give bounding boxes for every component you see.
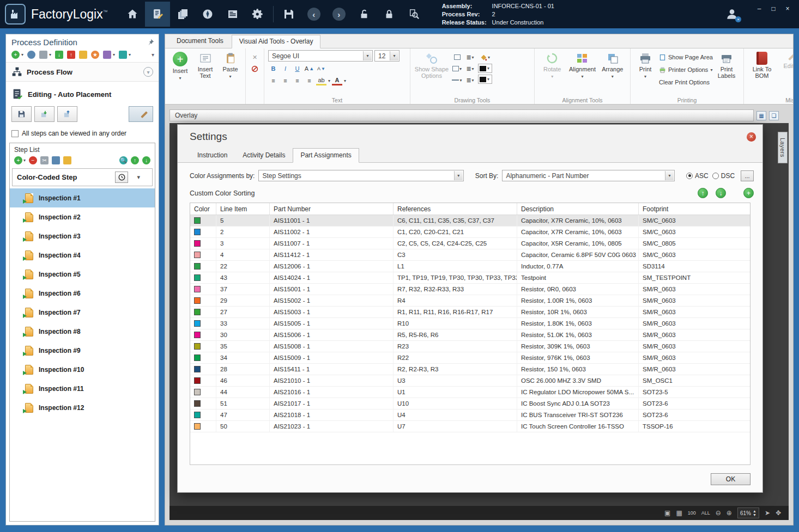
grow-font-button[interactable]: A▲ [304,64,314,74]
color-swatch[interactable] [194,354,201,361]
table-row[interactable]: 4 AIS11412 - 1 C3 Capacitor, Ceramic 6.8… [190,249,750,261]
font-color-button[interactable]: A [332,76,342,85]
shape-rect-button[interactable] [452,52,462,62]
zoom-out-icon[interactable]: ⊖ [716,509,721,517]
dialog-tab[interactable]: Part Assignments [293,148,359,163]
table-row[interactable]: 5 AIS11001 - 1 C6, C11, C11, C35, C35, C… [190,215,750,227]
color-swatch[interactable] [194,343,201,350]
edit-button[interactable]: Edit [779,50,793,69]
color-swatch[interactable] [194,286,201,292]
step-order-checkbox[interactable] [11,130,19,137]
line-shape-button[interactable]: ▾ [452,75,462,85]
bold-button[interactable]: B [268,64,279,74]
save-button[interactable] [276,2,301,27]
user-button[interactable]: × [719,2,744,27]
color-swatch[interactable] [194,412,201,418]
documents-stack-button[interactable] [170,2,195,27]
step-list-item[interactable]: Inspection #3 [10,227,155,246]
table-row[interactable]: 43 AIS14024 - 1 TP1, TP19, TP19, TP30, T… [190,272,750,284]
pan-icon[interactable]: ✥ [776,509,781,517]
paste-button[interactable]: Paste ▾ [219,50,241,80]
color-coded-step-header[interactable]: Color-Coded Step ▾ [12,168,153,186]
find-step-button[interactable]: 🔍 [119,156,128,164]
forward-button[interactable]: › [326,2,352,27]
copy-icon[interactable] [52,156,60,164]
move-step-up-button[interactable]: ↑ [131,156,139,164]
process-flow-row[interactable]: Process Flow ▾ [6,62,159,82]
step-list-item[interactable]: Inspection #8 [10,322,155,341]
step-list-item[interactable]: Inspection #11 [10,379,155,398]
table-row[interactable]: 34 AIS15009 - 1 R22 Resistor, 976K 1%, 0… [190,352,750,364]
color-swatch[interactable] [194,423,201,430]
dialog-tab[interactable]: Activity Details [235,148,293,163]
grid-icon[interactable]: ▦ [676,509,682,517]
fill-bucket-button[interactable]: ▾ [478,52,492,62]
import-template-button[interactable] [34,106,55,122]
color-swatch[interactable] [194,297,201,304]
ribbon-tab[interactable]: Document Tools [169,34,231,48]
column-header-color[interactable]: Color [190,203,216,215]
add-color-button[interactable]: + [743,188,754,198]
column-header-footprint[interactable]: Footprint [639,203,750,215]
show-grid-button[interactable]: ▦ [756,111,766,120]
show-layers-button[interactable]: ❏ [769,111,779,120]
insert-button[interactable]: + Insert ▾ [169,50,191,82]
inspect-button[interactable] [402,2,427,27]
table-row[interactable]: 50 AIS21023 - 1 U7 IC Touch Screen Contr… [190,421,750,432]
dsc-radio-option[interactable]: DSC [712,172,735,180]
align-justify-button[interactable]: ≡ [304,76,314,85]
table-row[interactable]: 27 AIS15003 - 1 R1, R11, R11, R16, R16-R… [190,307,750,318]
color-swatch[interactable] [194,320,201,327]
table-row[interactable]: 30 AIS15006 - 1 R5, R5-R6, R6 Resistor, … [190,329,750,341]
color-swatch[interactable] [194,217,201,224]
arrow-style-button[interactable]: ≣▾ [465,75,475,85]
color-assignments-select[interactable]: Step Settings▾ [258,170,463,181]
show-page-area-button[interactable]: Show Page Area [659,52,713,62]
shrink-font-button[interactable]: A▼ [316,64,326,74]
clear-button[interactable] [250,64,260,74]
pointer-icon[interactable]: ➤ [765,509,770,517]
insert-text-button[interactable]: Insert Text [194,50,216,79]
step-list-item[interactable]: Inspection #1 [10,188,155,207]
sort-by-select[interactable]: Alphanumeric - Part Number▾ [502,170,675,181]
color-swatch[interactable] [194,400,201,407]
line-style-button[interactable]: ≣▾ [465,64,475,74]
font-family-select[interactable]: Segoe UI▾ [268,50,373,62]
arrange-button[interactable]: Arrange ▾ [599,50,626,80]
italic-button[interactable]: I [280,64,290,74]
add-icon[interactable]: + [11,51,20,59]
printer-options-button[interactable]: Printer Options ▾ [659,65,713,75]
table-row[interactable]: 47 AIS21018 - 1 U4 IC BUS Transceiver TR… [190,409,750,421]
chevron-down-icon[interactable]: ▾ [137,174,140,181]
table-row[interactable]: 29 AIS15002 - 1 R4 Resistor, 1.00R 1%, 0… [190,295,750,307]
color-swatch[interactable] [194,389,201,395]
step-list-item[interactable]: Inspection #7 [10,303,155,322]
color-swatch[interactable] [194,274,201,281]
cut-icon[interactable]: ✂ [40,156,49,164]
table-row[interactable]: 35 AIS15008 - 1 R23 Resistor, 309K 1%, 0… [190,341,750,352]
export-icon[interactable]: ↑ [67,51,75,59]
reports-button[interactable] [220,2,245,27]
import-icon[interactable]: ↓ [55,51,63,59]
dsc-radio[interactable] [712,173,719,179]
table-row[interactable]: 3 AIS11007 - 1 C2, C5, C5, C24, C24-C25,… [190,238,750,249]
minimize-button[interactable]: – [753,3,765,14]
show-shape-options-button[interactable]: Show Shape Options [414,50,449,79]
asc-radio[interactable] [686,173,693,179]
lock-button[interactable] [377,2,402,27]
alignment-button[interactable]: Alignment ▾ [568,50,596,80]
print-labels-button[interactable]: Print Labels [716,50,737,79]
move-step-down-button[interactable]: ↓ [142,156,150,164]
underline-button[interactable]: U [292,64,302,74]
edit-step-button[interactable] [129,106,153,122]
timer-button[interactable] [115,172,128,183]
tools-icon[interactable] [119,51,127,59]
move-color-down-button[interactable]: ↓ [716,188,726,198]
ribbon-tab[interactable]: Visual Aid Tools - Overlay [232,35,321,48]
back-button[interactable]: ‹ [301,2,326,27]
rotate-button[interactable]: Rotate ▾ [538,50,566,80]
step-list-item[interactable]: Inspection #12 [10,398,155,417]
color-swatch[interactable] [194,263,201,270]
column-header-part-number[interactable]: Part Number [270,203,394,215]
star-icon[interactable]: ★ [91,51,99,59]
